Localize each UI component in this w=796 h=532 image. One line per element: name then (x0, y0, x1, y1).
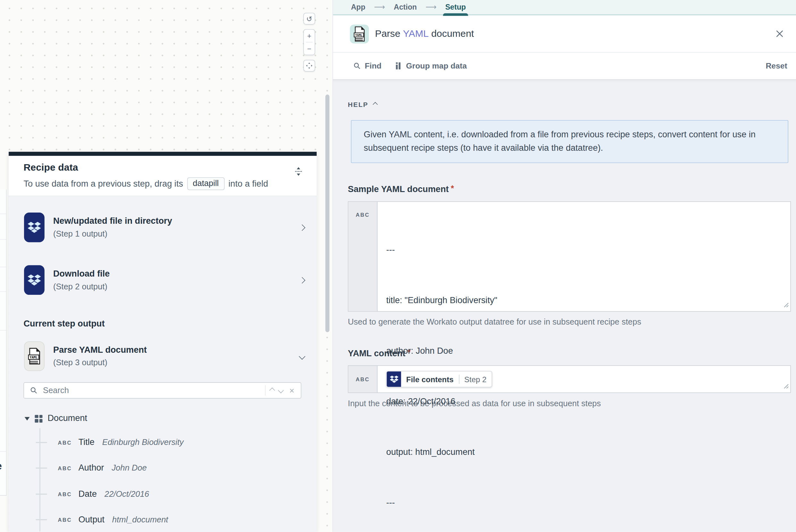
reset-label: Reset (765, 61, 787, 71)
dropbox-icon (24, 212, 44, 242)
dropbox-icon (24, 265, 44, 295)
hint-text-before: To use data from a previous step, drag i… (23, 178, 183, 189)
datapill-sample-value: html_document (112, 515, 168, 524)
panel-accent-bar (8, 152, 316, 156)
divider (0, 451, 6, 452)
reset-view-button[interactable]: ↺ (304, 13, 315, 25)
step-texts: New/updated file in directory (Step 1 ou… (53, 216, 172, 239)
datapill-sample-value: 22/Oct/2016 (105, 490, 149, 499)
current-step-output-heading: Current step output (23, 319, 105, 329)
step-output-row-1[interactable]: New/updated file in directory (Step 1 ou… (24, 212, 304, 242)
datapill-name: File contents (401, 375, 459, 383)
search-previous-button[interactable] (269, 388, 275, 393)
datapill-label: Date (78, 489, 97, 499)
setup-form: HELP Given YAML content, i.e. downloaded… (333, 79, 796, 532)
string-type-icon: ABC (356, 376, 370, 382)
divider (265, 385, 266, 396)
datapill-author[interactable]: ABC Author John Doe (36, 462, 147, 474)
step-subtitle: (Step 1 output) (53, 229, 172, 239)
canvas-zoom-controls: ↺ + − (304, 13, 315, 72)
datapill-sample-value: Edinburgh Biodiversity (102, 438, 184, 447)
string-type-icon: ABC (58, 517, 72, 523)
divider (0, 291, 6, 292)
field-type-gutter: ABC (348, 366, 378, 393)
chevron-down-icon[interactable] (299, 353, 305, 359)
yaml-line: --- (386, 241, 498, 258)
datapill-step: Step 2 (459, 375, 492, 383)
sample-yaml-content[interactable]: --- title: "Edinburgh Biodiversity" auth… (378, 202, 498, 311)
string-type-icon: ABC (58, 439, 72, 445)
field-type-gutter: ABC (348, 202, 378, 311)
recipe-data-panel: Recipe data To use data from a previous … (8, 152, 316, 532)
tree-node-document[interactable]: Document (25, 413, 88, 424)
zoom-button-group: + − (304, 29, 315, 55)
breadcrumb: App ⟶ Action ⟶ Setup (333, 0, 796, 15)
step-texts: Download file (Step 2 output) (53, 269, 110, 291)
group-map-data-button[interactable]: Group map data (395, 61, 467, 71)
action-setup-panel: App ⟶ Action ⟶ Setup YAML Pa (332, 0, 796, 532)
chevron-right-icon[interactable] (299, 277, 305, 283)
tree-tick (36, 519, 47, 520)
datapill-output[interactable]: ABC Output html_document (36, 513, 168, 526)
breadcrumb-setup[interactable]: Setup (445, 3, 466, 12)
reset-button[interactable]: Reset (765, 61, 787, 71)
string-type-icon: ABC (356, 212, 370, 218)
divider (0, 239, 6, 240)
caret-down-icon[interactable] (25, 417, 30, 420)
file-contents-datapill[interactable]: File contents Step 2 (386, 371, 492, 387)
zoom-in-button[interactable]: + (304, 30, 315, 42)
search-clear-button[interactable]: ✕ (289, 387, 294, 394)
pan-view-button[interactable] (304, 60, 315, 72)
object-grid-icon (35, 415, 43, 422)
search-icon (30, 387, 37, 394)
datapill-title[interactable]: ABC Title Edinburgh Biodiversity (36, 436, 184, 449)
find-button[interactable]: Find (354, 61, 381, 71)
resize-grip-icon[interactable] (784, 382, 789, 391)
find-label: Find (365, 61, 381, 71)
recipe-data-header: Recipe data To use data from a previous … (8, 156, 316, 196)
clipped-text-fragment: e (0, 460, 2, 472)
string-type-icon: ABC (58, 491, 72, 497)
breadcrumb-app[interactable]: App (351, 3, 365, 12)
datapill-sample-value: John Doe (112, 463, 147, 473)
close-icon (776, 30, 784, 38)
chevron-up-icon (373, 102, 378, 107)
hint-text-after: into a field (229, 178, 268, 189)
resize-grip-icon[interactable] (784, 301, 789, 310)
refresh-icon: ↺ (306, 15, 312, 22)
vertical-scrollbar[interactable] (325, 94, 329, 332)
string-type-icon: ABC (58, 465, 72, 471)
panel-resize-handle[interactable] (295, 167, 303, 178)
divider (0, 267, 6, 267)
datapill-date[interactable]: ABC Date 22/Oct/2016 (36, 488, 149, 500)
setup-toolbar: Find Group map data Reset (333, 53, 796, 79)
yaml-content-field[interactable]: ABC File contents Step 2 (348, 365, 791, 393)
field-label-text: Sample YAML document (348, 184, 449, 194)
search-input[interactable] (42, 385, 260, 396)
breadcrumb-action[interactable]: Action (394, 3, 417, 12)
sample-yaml-field[interactable]: ABC --- title: "Edinburgh Biodiversity" … (348, 201, 791, 312)
workato-recipe-editor: ↺ + − e Recipe dat (0, 0, 796, 532)
help-section-toggle[interactable]: HELP (348, 100, 791, 108)
close-panel-button[interactable] (774, 27, 786, 40)
tree-tick (36, 442, 47, 443)
search-next-button[interactable] (278, 388, 284, 393)
action-title: ParseYAMLdocument (375, 28, 474, 39)
help-callout: Given YAML content, i.e. downloaded from… (351, 120, 788, 163)
step-title: Parse YAML document (53, 345, 147, 355)
title-part: Parse (375, 28, 400, 39)
step-output-row-2[interactable]: Download file (Step 2 output) (24, 265, 304, 295)
yaml-document-icon: YAML (24, 341, 44, 371)
help-heading-label: HELP (348, 100, 368, 108)
current-step-row[interactable]: YAML Parse YAML document (Step 3 output) (24, 341, 304, 371)
help-text: Given YAML content, i.e. downloaded from… (364, 130, 756, 153)
required-asterisk: * (451, 184, 454, 193)
datapill-label: Author (78, 463, 104, 473)
arrow-right-icon: ⟶ (374, 3, 385, 12)
background-panel-fragment: e (0, 190, 7, 495)
chevron-right-icon[interactable] (299, 224, 305, 230)
step-title: Download file (53, 269, 110, 279)
group-columns-icon (395, 62, 402, 70)
zoom-out-button[interactable]: − (304, 42, 315, 55)
svg-text:YAML: YAML (30, 355, 38, 359)
